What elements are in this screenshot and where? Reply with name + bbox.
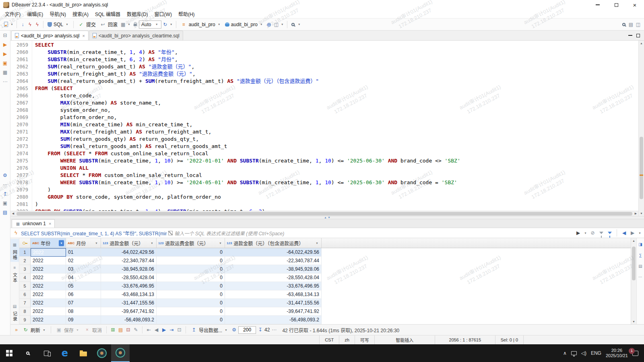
- code-line[interactable]: SUM(real_return_goods_amt) AS real_retur…: [35, 143, 638, 150]
- grid-cell[interactable]: -22,340,787.44: [101, 257, 157, 265]
- menu-edit[interactable]: 编辑(E): [24, 10, 46, 18]
- expand-filter-icon[interactable]: [168, 231, 173, 235]
- grid-cell[interactable]: 0: [157, 307, 225, 316]
- transaction-mode-icon[interactable]: ▦: [120, 21, 126, 29]
- grid-cell[interactable]: 0: [157, 257, 225, 265]
- history-back-icon[interactable]: ◀: [621, 229, 627, 237]
- code-line[interactable]: SUM(real_return_goods_amt_t) + SUM(retur…: [35, 78, 638, 85]
- fetch-all-icon[interactable]: ↧: [257, 326, 264, 334]
- grid-cell[interactable]: 2022: [31, 257, 66, 265]
- column-filter-icon[interactable]: ▾: [149, 240, 155, 246]
- new-sql-editor-icon[interactable]: [2, 21, 9, 29]
- code-line[interactable]: system_order_no,: [35, 107, 638, 114]
- grid-cell[interactable]: 07: [66, 299, 101, 307]
- value-panel-icon[interactable]: ◨: [638, 240, 643, 248]
- grid-cell[interactable]: -28,550,428.04: [225, 274, 322, 282]
- code-line[interactable]: SUM(return_goods_qty) AS return_goods_qt…: [35, 136, 638, 143]
- execute-statement-icon[interactable]: ϟ: [27, 21, 33, 29]
- more-views-icon[interactable]: ⋯: [2, 78, 8, 86]
- fetch-results-icon[interactable]: ↓: [19, 21, 26, 29]
- history-dropdown-icon[interactable]: ▾: [638, 231, 642, 235]
- more-tools-icon[interactable]: ⋯: [2, 181, 8, 189]
- splitter-up-icon[interactable]: ▲: [324, 216, 327, 219]
- code-line[interactable]: SELECT: [35, 41, 638, 49]
- metadata-panel-icon[interactable]: ▤: [638, 262, 643, 270]
- editor-vscrollbar[interactable]: ▲ ▼: [638, 41, 644, 216]
- row-number[interactable]: 7: [19, 299, 31, 307]
- panel-menu-icon[interactable]: ⋯: [638, 273, 643, 281]
- calc-panel-icon[interactable]: ∑: [638, 251, 643, 259]
- row-number[interactable]: 6: [19, 290, 31, 299]
- grid-cell[interactable]: 05: [66, 282, 101, 290]
- dropdown-icon[interactable]: ▾: [297, 23, 301, 26]
- status-caret-position[interactable]: 2056 : 1 : 87615: [435, 335, 495, 344]
- code-line[interactable]: GROUP BY store_code, system_order_no, pl…: [35, 193, 638, 201]
- code-line[interactable]: MAX(return_freight_amt) AS return_freigh…: [35, 128, 638, 136]
- dropdown-icon[interactable]: ▾: [65, 23, 69, 26]
- connection-select[interactable]: ≡ audit_bi_pro ▾: [179, 20, 223, 29]
- commit-button[interactable]: ✓ 提交: [76, 20, 97, 29]
- new-sql-dropdown-icon[interactable]: ▾: [10, 23, 14, 26]
- sql-editor-menu[interactable]: SQL ▾: [46, 21, 71, 28]
- grid-cell[interactable]: -56,498,093.2: [225, 316, 322, 324]
- column-filter-icon[interactable]: ▾: [218, 240, 223, 246]
- fetch-size-input[interactable]: [238, 326, 256, 334]
- grid-cell[interactable]: -63,468,134.13: [225, 290, 322, 299]
- grid-cell[interactable]: 0: [157, 282, 225, 290]
- menu-window[interactable]: 窗口(W): [151, 10, 175, 18]
- first-page-icon[interactable]: ⇤: [145, 326, 152, 334]
- delete-row-icon[interactable]: ⊟: [125, 326, 132, 334]
- row-number[interactable]: 4: [19, 274, 31, 282]
- panel-expand-icon[interactable]: »: [13, 326, 20, 334]
- scroll-up-icon[interactable]: ▲: [639, 41, 644, 46]
- grid-cell[interactable]: -28,550,428.04: [101, 274, 157, 282]
- grid-cell[interactable]: -38,945,928.06: [101, 265, 157, 274]
- grid-cell[interactable]: -39,647,741.92: [101, 307, 157, 316]
- row-number[interactable]: 9: [19, 316, 31, 324]
- grid-cell[interactable]: -56,498,093.2: [101, 316, 157, 324]
- grid-cell[interactable]: -39,647,741.92: [225, 307, 322, 316]
- grid-cell[interactable]: 0: [157, 290, 225, 299]
- splitter-down-icon[interactable]: ▼: [328, 216, 330, 219]
- code-line[interactable]: SUBSTR(min_create_time_t, 1, 4) AS "年份",: [35, 49, 638, 56]
- grid-cell[interactable]: 0: [157, 299, 225, 307]
- scroll-left-icon[interactable]: ◀: [10, 211, 16, 216]
- grid-cell[interactable]: 06: [66, 290, 101, 299]
- maximize-button[interactable]: [607, 0, 625, 10]
- code-line[interactable]: MIN(min_create_time) AS min_create_time_…: [35, 121, 638, 128]
- code-line[interactable]: platform_order_no,: [35, 114, 638, 121]
- status-timezone[interactable]: CST: [319, 335, 339, 344]
- vscroll-thumb[interactable]: [640, 137, 643, 200]
- code-line[interactable]: UNION ALL: [35, 165, 638, 172]
- focus-row-icon[interactable]: ⊡: [176, 326, 183, 334]
- taskbar-search-button[interactable]: [19, 344, 37, 362]
- taskbar-clock[interactable]: 20:26 2025/10/21: [606, 348, 628, 358]
- menu-help[interactable]: 帮助(H): [175, 10, 198, 18]
- search-icon[interactable]: [290, 21, 297, 29]
- start-button[interactable]: [0, 344, 19, 362]
- more-actions-icon[interactable]: ⋯: [270, 326, 277, 334]
- code-line[interactable]: GROUP BY SUBSTR(min_create_time_t, 1, 4)…: [35, 208, 638, 211]
- code-line[interactable]: WHERE SUBSTR(min_create_time, 1, 10) >= …: [35, 179, 638, 186]
- grid-cell[interactable]: 0: [157, 316, 225, 324]
- grid-cell[interactable]: -64,022,429.56: [225, 248, 322, 257]
- code-line[interactable]: FROM (SELECT * FROM custom_online_sale_r…: [35, 150, 638, 157]
- status-selection[interactable]: Sel: 0 | 0: [495, 335, 523, 344]
- save-button[interactable]: ▣ 保存 ▾: [54, 325, 81, 335]
- menu-file[interactable]: 文件(F): [2, 10, 24, 18]
- scroll-down-icon[interactable]: ▼: [639, 211, 644, 216]
- row-number[interactable]: 8: [19, 307, 31, 316]
- task-view-button[interactable]: [37, 344, 56, 362]
- code-line[interactable]: MAX(store_name) AS store_name_t,: [35, 99, 638, 107]
- editor-hscrollbar[interactable]: ◀ ▶: [10, 211, 638, 216]
- volume-icon[interactable]: ◁): [581, 350, 586, 356]
- file-rail-icon[interactable]: ▣: [2, 199, 8, 207]
- execute-script-rail-icon[interactable]: ▶: [2, 50, 8, 58]
- grid-cell[interactable]: -33,676,496.95: [101, 282, 157, 290]
- autocommit-select[interactable]: Auto ▾: [139, 21, 161, 29]
- add-row-icon[interactable]: ⊞: [109, 326, 116, 334]
- sql-code[interactable]: SELECT SUBSTR(min_create_time_t, 1, 4) A…: [32, 41, 638, 211]
- grid-cell[interactable]: 2022: [31, 316, 66, 324]
- row-number[interactable]: 2: [19, 257, 31, 265]
- code-line[interactable]: SUBSTR(min_create_time_t, 6, 2) AS "月份",: [35, 56, 638, 63]
